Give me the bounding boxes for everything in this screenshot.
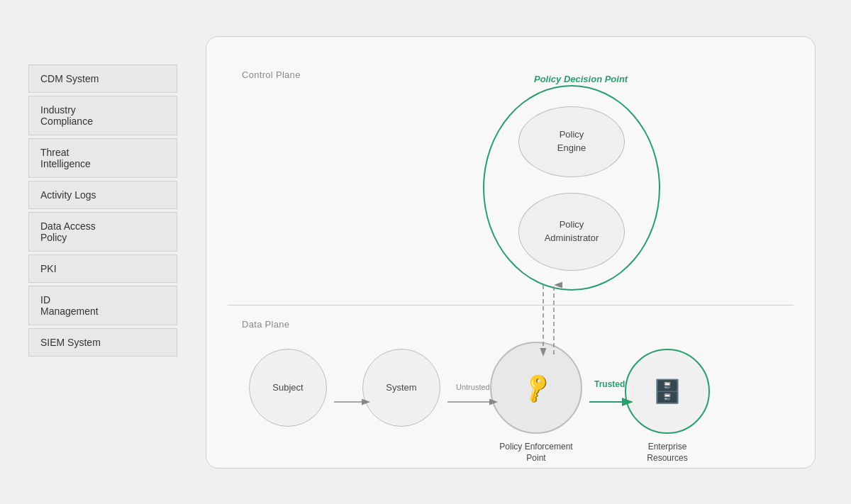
sidebar-item-siem-system[interactable]: SIEM System (28, 328, 177, 357)
system-circle: System (362, 349, 440, 427)
pep-circle: 🔑 (490, 342, 582, 434)
plane-divider (228, 305, 794, 306)
policy-admin-circle: PolicyAdministrator (518, 193, 625, 271)
pdp-label: Policy Decision Point (534, 74, 628, 84)
trusted-label: Trusted (594, 379, 625, 389)
sidebar-item-pki[interactable]: PKI (28, 254, 177, 283)
page-container: CDM System IndustryCompliance ThreatInte… (0, 0, 851, 504)
control-plane-label: Control Plane (242, 69, 301, 80)
er-icon: 🗄️ (653, 378, 682, 405)
policy-engine-label: PolicyEngine (557, 128, 586, 154)
er-label-text: EnterpriseResources (647, 442, 687, 464)
system-label: System (386, 382, 416, 393)
pep-label: Policy EnforcementPoint (490, 441, 582, 465)
sidebar-item-cdm-system[interactable]: CDM System (28, 65, 177, 93)
data-plane-label: Data Plane (242, 319, 289, 330)
sidebar-item-data-access-policy[interactable]: Data AccessPolicy (28, 212, 177, 252)
sidebar-item-label: ThreatIntelligence (40, 147, 91, 169)
diagram-area: Control Plane Data Plane Policy Decision… (199, 22, 823, 483)
subject-circle: Subject (249, 349, 327, 427)
sidebar-item-activity-logs[interactable]: Activity Logs (28, 181, 177, 209)
er-label: EnterpriseResources (625, 441, 710, 465)
sidebar-item-industry-compliance[interactable]: IndustryCompliance (28, 96, 177, 135)
sidebar-item-id-management[interactable]: IDManagement (28, 286, 177, 325)
untrusted-label: Untrusted (456, 383, 490, 391)
er-circle: 🗄️ (625, 349, 710, 434)
sidebar-item-threat-intelligence[interactable]: ThreatIntelligence (28, 138, 177, 178)
policy-admin-label: PolicyAdministrator (545, 218, 599, 244)
policy-engine-circle: PolicyEngine (518, 106, 625, 177)
sidebar-item-label: IndustryCompliance (40, 104, 93, 127)
outer-box: Control Plane Data Plane Policy Decision… (206, 36, 816, 469)
subject-label: Subject (272, 382, 303, 393)
main-wrapper: CDM System IndustryCompliance ThreatInte… (28, 22, 823, 483)
sidebar-item-label: Data AccessPolicy (40, 220, 96, 243)
pep-icon: 🔑 (518, 370, 554, 405)
sidebar-item-label: IDManagement (40, 294, 99, 317)
sidebar: CDM System IndustryCompliance ThreatInte… (28, 22, 177, 357)
pep-label-text: Policy EnforcementPoint (499, 442, 572, 464)
